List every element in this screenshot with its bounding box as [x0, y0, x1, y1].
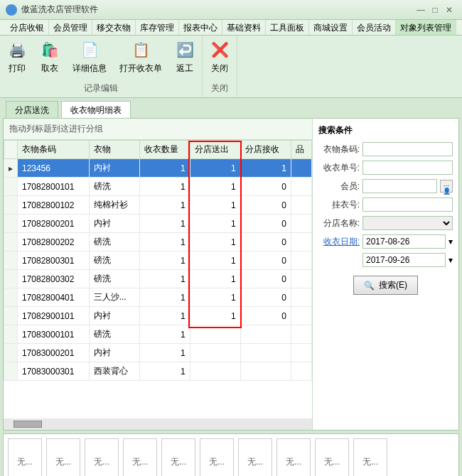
horizontal-scrollbar[interactable]: [4, 418, 312, 430]
table-row[interactable]: 17083000301西装背心1: [4, 362, 312, 381]
table-row[interactable]: 17082800301磅洗110: [4, 251, 312, 270]
thumbnail[interactable]: 无...: [46, 438, 80, 476]
table-row[interactable]: 17082800302磅洗110: [4, 270, 312, 288]
menu-item[interactable]: 分店收银: [6, 20, 49, 35]
member-lookup-button[interactable]: …👤: [440, 180, 453, 193]
search-button[interactable]: 🔍搜索(E): [353, 276, 418, 295]
ribbon-button[interactable]: ❌关闭: [207, 38, 232, 81]
关闭-icon: ❌: [210, 40, 230, 60]
tab[interactable]: 分店送洗: [6, 101, 58, 118]
menu-item[interactable]: 工具面板: [266, 20, 309, 35]
hanger-input[interactable]: [362, 198, 453, 212]
dropdown-icon[interactable]: ▾: [448, 237, 453, 247]
menu-item[interactable]: 会员活动: [353, 20, 396, 35]
branch-select[interactable]: [362, 216, 453, 230]
返工-icon: ↩️: [175, 40, 195, 60]
thumbnail[interactable]: 无...: [161, 438, 195, 476]
table-row[interactable]: 17083000201内衬1: [4, 344, 312, 362]
menu-item[interactable]: 基础资料: [222, 20, 266, 35]
menu-item[interactable]: 商城设置: [309, 20, 353, 35]
column-header[interactable]: 品: [291, 141, 311, 159]
barcode-input[interactable]: [362, 142, 453, 156]
member-input[interactable]: [362, 179, 437, 193]
ribbon-button[interactable]: 🖨️打印: [4, 38, 30, 81]
table-container[interactable]: 衣物条码衣物收衣数量分店送出分店接收品 ▸123456内衬11117082800…: [4, 140, 312, 418]
table-row[interactable]: 17082800101磅洗110: [4, 178, 312, 196]
thumbnail[interactable]: 无...: [200, 438, 234, 476]
thumbnail[interactable]: 无...: [8, 438, 42, 476]
menu-item[interactable]: 对象列表管理: [396, 20, 456, 35]
ribbon-button[interactable]: 📋打开收衣单: [117, 38, 165, 81]
date-label-link[interactable]: 收衣日期:: [318, 236, 360, 248]
thumbnail-strip: 无...无...无...无...无...无...无...无...无...无...: [3, 433, 459, 476]
详细信息-icon: 📄: [80, 40, 100, 60]
search-panel: 搜索条件 衣物条码: 收衣单号: 会员:…👤 挂衣号: 分店名称: 收衣日期:▾…: [313, 119, 458, 430]
date-from-input[interactable]: [362, 234, 446, 249]
ribbon-button[interactable]: 📄详细信息: [70, 38, 109, 81]
column-header[interactable]: 衣物: [89, 141, 139, 159]
thumbnail[interactable]: 无...: [123, 438, 157, 476]
app-logo: [6, 4, 17, 16]
thumbnail[interactable]: 无...: [85, 438, 119, 476]
table-row[interactable]: 17083000101磅洗1: [4, 325, 312, 344]
minimize-button[interactable]: —: [414, 5, 428, 15]
date-to-input[interactable]: [362, 253, 446, 267]
thumbnail[interactable]: 无...: [276, 438, 311, 476]
maximize-button[interactable]: □: [428, 5, 442, 15]
table-row[interactable]: 17082800401三人沙...110: [4, 288, 312, 307]
取衣-icon: 🛍️: [40, 40, 60, 60]
close-window-button[interactable]: ✕: [442, 5, 456, 15]
打开收衣单-icon: 📋: [131, 40, 151, 60]
main-panel: 拖动列标题到这进行分组 衣物条码衣物收衣数量分店送出分店接收品 ▸123456内…: [3, 118, 459, 431]
titlebar: 傲蓝洗衣店管理软件 — □ ✕: [0, 0, 462, 20]
thumbnail[interactable]: 无...: [238, 438, 272, 476]
ribbon-button[interactable]: 🛍️取衣: [37, 38, 63, 81]
menu-item[interactable]: 移交衣物: [92, 20, 136, 35]
table-row[interactable]: 17082800201内衬110: [4, 215, 312, 233]
ribbon-group-close: ❌关闭 关闭: [203, 36, 237, 97]
menu-item[interactable]: 会员管理: [49, 20, 92, 35]
tab[interactable]: 收衣物明细表: [61, 101, 131, 118]
receipt-input[interactable]: [362, 161, 453, 175]
column-header[interactable]: 收衣数量: [139, 141, 190, 159]
search-icon: 🔍: [364, 281, 375, 291]
menu-item[interactable]: 库存管理: [136, 20, 179, 35]
thumbnail[interactable]: 无...: [315, 438, 349, 476]
thumbnail[interactable]: 无...: [353, 438, 387, 476]
column-header[interactable]: 分店送出: [190, 141, 240, 159]
grid-area: 拖动列标题到这进行分组 衣物条码衣物收衣数量分店送出分店接收品 ▸123456内…: [4, 119, 313, 430]
column-header[interactable]: 分店接收: [240, 141, 291, 159]
打印-icon: 🖨️: [7, 40, 27, 60]
table-row[interactable]: 17082800202磅洗110: [4, 233, 312, 251]
search-title: 搜索条件: [318, 124, 453, 136]
content-tabs: 分店送洗收衣物明细表: [0, 101, 462, 118]
data-table: 衣物条码衣物收衣数量分店送出分店接收品 ▸123456内衬11117082800…: [4, 140, 312, 381]
table-row[interactable]: ▸123456内衬111: [4, 159, 312, 178]
dropdown-icon[interactable]: ▾: [448, 255, 453, 265]
menu-item[interactable]: 报表中心: [179, 20, 222, 35]
table-row[interactable]: 17082900101内衬110: [4, 307, 312, 325]
app-title: 傲蓝洗衣店管理软件: [21, 4, 414, 16]
group-by-bar[interactable]: 拖动列标题到这进行分组: [4, 119, 312, 140]
ribbon-button[interactable]: ↩️返工: [172, 38, 198, 81]
ribbon-group-record-edit: 🖨️打印🛍️取衣📄详细信息📋打开收衣单↩️返工 记录编辑: [0, 36, 203, 97]
menubar: 分店收银会员管理移交衣物库存管理报表中心基础资料工具面板商城设置会员活动对象列表…: [0, 20, 462, 36]
column-header[interactable]: 衣物条码: [18, 141, 90, 159]
table-row[interactable]: 17082800102纯棉衬衫110: [4, 196, 312, 215]
ribbon: 🖨️打印🛍️取衣📄详细信息📋打开收衣单↩️返工 记录编辑 ❌关闭 关闭: [0, 36, 462, 98]
